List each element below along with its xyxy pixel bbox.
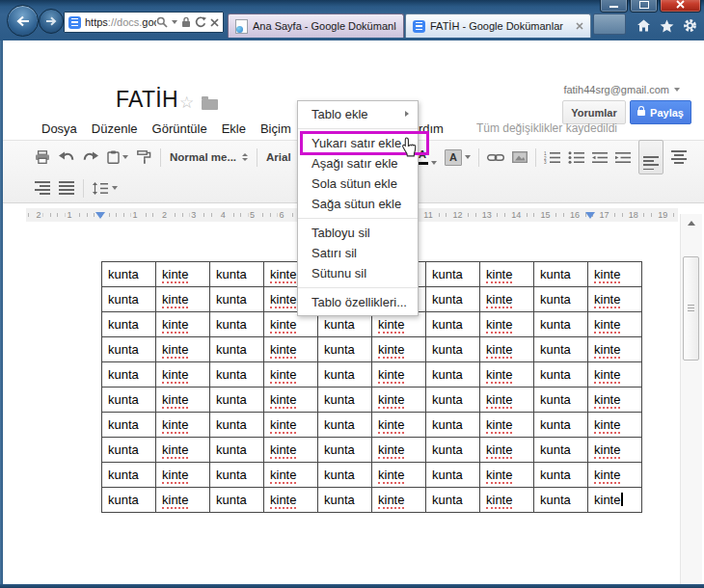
table-cell[interactable]: kunta — [102, 337, 156, 362]
table-cell[interactable]: kunta — [318, 362, 372, 388]
align-center-icon[interactable] — [671, 150, 687, 164]
table-cell[interactable]: kunta — [426, 438, 480, 463]
table-cell[interactable]: kinte — [156, 262, 210, 287]
table-cell[interactable]: kinte — [372, 413, 426, 438]
align-justify-icon[interactable] — [59, 181, 74, 195]
table-cell[interactable]: kinte — [480, 312, 534, 337]
stop-icon[interactable] — [210, 18, 219, 27]
undo-icon[interactable] — [59, 151, 74, 163]
table-cell[interactable]: kunta — [102, 287, 156, 312]
table-cell[interactable]: kinte — [480, 413, 534, 438]
table-cell[interactable]: kinte — [588, 312, 642, 337]
table-cell[interactable]: kinte — [264, 337, 318, 362]
favorites-star-icon[interactable] — [660, 19, 674, 33]
share-button[interactable]: Paylaş — [630, 100, 691, 124]
table-cell[interactable]: kunta — [534, 337, 588, 362]
table-cell[interactable]: kinte — [372, 388, 426, 413]
table-cell[interactable]: kunta — [534, 463, 588, 488]
table-cell[interactable]: kunta — [426, 463, 480, 488]
right-margin-marker[interactable] — [585, 212, 595, 219]
table-cell[interactable]: kinte — [156, 312, 210, 337]
table-cell[interactable]: kunta — [534, 287, 588, 312]
table-cell[interactable]: kinte — [264, 488, 318, 513]
table-cell[interactable]: kinte — [156, 362, 210, 388]
table-cell[interactable]: kinte — [480, 438, 534, 463]
table-cell[interactable]: kinte — [264, 413, 318, 438]
context-menu-item[interactable]: Tabloyu sil — [298, 223, 418, 243]
table-cell[interactable]: kinte — [156, 438, 210, 463]
search-icon[interactable] — [156, 16, 168, 28]
home-icon[interactable] — [636, 19, 651, 32]
minimize-button[interactable] — [600, 0, 628, 13]
table-cell[interactable]: kinte — [480, 262, 534, 287]
table-cell[interactable]: kunta — [210, 362, 264, 388]
table-cell[interactable]: kinte — [480, 287, 534, 312]
table-cell[interactable]: kunta — [318, 388, 372, 413]
table-cell[interactable]: kunta — [102, 413, 156, 438]
table-cell[interactable]: kinte — [480, 488, 534, 513]
star-document-icon[interactable]: ☆ — [179, 93, 194, 113]
table-cell[interactable]: kunta — [534, 312, 588, 337]
table-cell[interactable]: kunta — [426, 312, 480, 337]
context-menu-item[interactable]: Tablo ekle — [298, 104, 418, 124]
table-cell[interactable]: kunta — [210, 388, 264, 413]
table-cell[interactable]: kinte — [480, 337, 534, 362]
style-selector[interactable]: Normal me... — [170, 151, 248, 163]
redo-icon[interactable] — [83, 151, 98, 163]
table-cell[interactable]: kunta — [210, 463, 264, 488]
table-cell[interactable]: kunta — [210, 287, 264, 312]
table-cell[interactable]: kunta — [426, 337, 480, 362]
table-cell[interactable]: kunta — [210, 488, 264, 513]
table-cell[interactable]: kinte — [372, 463, 426, 488]
insert-image-icon[interactable] — [512, 151, 528, 163]
context-menu-item[interactable]: Sola sütun ekle — [298, 174, 418, 194]
table-cell[interactable]: kunta — [426, 413, 480, 438]
table-cell[interactable]: kunta — [318, 488, 372, 513]
table-cell[interactable]: kinte — [264, 438, 318, 463]
document-title[interactable]: FATİH — [116, 87, 178, 113]
table-cell[interactable]: kinte — [588, 463, 642, 488]
context-menu-item[interactable]: Satırı sil — [298, 243, 418, 263]
context-menu-item[interactable]: Tablo özellikleri... — [298, 292, 418, 312]
table-cell[interactable]: kinte — [588, 337, 642, 362]
tab-ana-sayfa[interactable]: Ana Sayfa - Google Dokümanlar — [228, 13, 404, 38]
table-cell[interactable]: kunta — [102, 463, 156, 488]
back-button[interactable] — [7, 5, 39, 37]
scrollbar-thumb[interactable] — [683, 256, 699, 361]
paste-button[interactable] — [107, 150, 128, 164]
table-cell[interactable]: kunta — [426, 287, 480, 312]
table-cell[interactable]: kunta — [426, 388, 480, 413]
tab-close-icon[interactable] — [576, 22, 583, 30]
address-dropdown-icon[interactable] — [172, 20, 177, 24]
menubar-item[interactable]: Biçim — [254, 118, 298, 140]
highlight-color-button[interactable]: A — [445, 149, 471, 166]
maximize-button[interactable] — [630, 0, 658, 13]
paint-format-icon[interactable] — [137, 150, 151, 164]
table-cell[interactable]: kinte — [588, 488, 642, 513]
table-cell[interactable]: kunta — [102, 388, 156, 413]
table-cell[interactable]: kunta — [102, 312, 156, 337]
font-selector[interactable]: Arial — [266, 151, 291, 163]
new-tab-button[interactable] — [593, 13, 626, 35]
table-cell[interactable]: kinte — [156, 287, 210, 312]
menubar-item[interactable]: Görüntüle — [146, 118, 214, 140]
table-cell[interactable]: kinte — [264, 362, 318, 388]
context-menu-item[interactable]: Sağa sütun ekle — [298, 194, 418, 214]
table-cell[interactable]: kinte — [588, 413, 642, 438]
table-cell[interactable]: kunta — [102, 488, 156, 513]
refresh-icon[interactable] — [195, 16, 206, 28]
table-cell[interactable]: kinte — [156, 413, 210, 438]
table-cell[interactable]: kinte — [156, 488, 210, 513]
table-cell[interactable]: kunta — [210, 262, 264, 287]
left-margin-marker[interactable] — [95, 212, 105, 219]
table-cell[interactable]: kunta — [426, 262, 480, 287]
table-cell[interactable]: kinte — [480, 388, 534, 413]
table-cell[interactable]: kinte — [156, 337, 210, 362]
table-cell[interactable]: kinte — [588, 438, 642, 463]
table-cell[interactable]: kinte — [480, 463, 534, 488]
table-cell[interactable]: kunta — [534, 488, 588, 513]
table-cell[interactable]: kunta — [534, 362, 588, 388]
table-cell[interactable]: kunta — [426, 488, 480, 513]
table-cell[interactable]: kunta — [210, 413, 264, 438]
table-cell[interactable]: kunta — [318, 413, 372, 438]
